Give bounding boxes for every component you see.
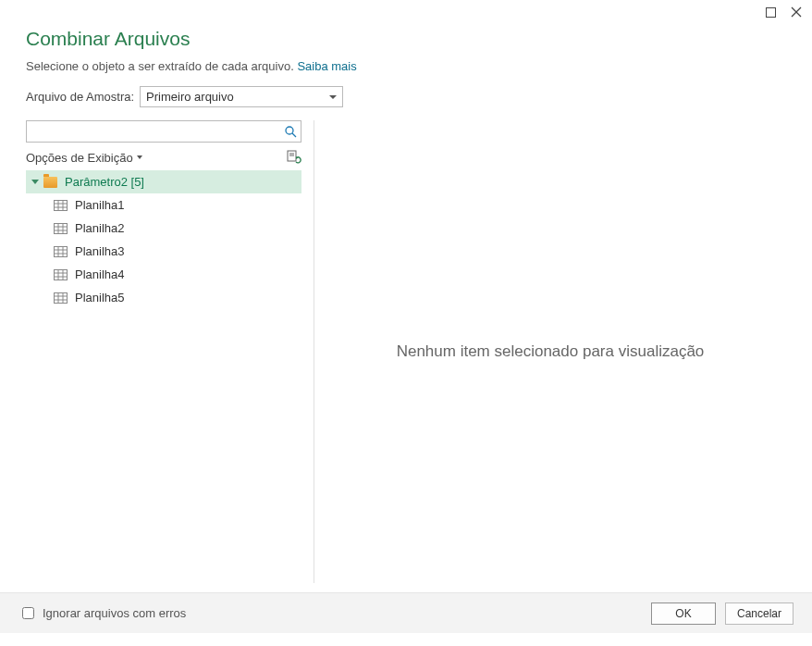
search-box[interactable] [26, 120, 301, 143]
tree-sheet-label: Planilha1 [75, 198, 125, 212]
tree-sheet-label: Planilha4 [75, 267, 125, 281]
svg-rect-0 [766, 7, 775, 17]
tree-root-node[interactable]: Parâmetro2 [5] [26, 170, 301, 193]
svg-rect-9 [55, 200, 68, 210]
tree-sheet-label: Planilha2 [75, 221, 125, 235]
sample-file-label: Arquivo de Amostra: [26, 90, 134, 104]
window-controls [764, 6, 803, 19]
folder-icon [43, 177, 57, 188]
display-options-label: Opções de Exibição [26, 151, 133, 165]
worksheet-icon [54, 200, 68, 211]
sample-file-selected: Primeiro arquivo [146, 90, 234, 104]
svg-rect-29 [55, 292, 68, 303]
worksheet-icon [54, 223, 68, 234]
svg-rect-24 [55, 269, 68, 280]
learn-more-link[interactable]: Saiba mais [297, 59, 356, 73]
cancel-button[interactable]: Cancelar [725, 603, 794, 625]
display-options-dropdown[interactable]: Opções de Exibição [26, 151, 142, 165]
chevron-down-icon [329, 95, 337, 99]
skip-errors-row[interactable]: Ignorar arquivos com erros [18, 604, 186, 622]
dialog-title: Combinar Arquivos [26, 28, 786, 50]
tree-sheet-label: Planilha5 [75, 291, 125, 304]
dialog-footer: Ignorar arquivos com erros OK Cancelar [0, 592, 812, 633]
tree-sheet-label: Planilha3 [75, 244, 125, 258]
decorative-edge [0, 633, 812, 646]
sample-file-dropdown[interactable]: Primeiro arquivo [140, 86, 343, 107]
worksheet-icon [54, 246, 68, 257]
navigator-tree: Parâmetro2 [5] Planilha1Planilha2Planilh… [26, 170, 301, 309]
tree-sheet-node[interactable]: Planilha5 [26, 286, 301, 309]
refresh-button[interactable] [287, 150, 301, 165]
worksheet-icon [54, 292, 68, 304]
close-button[interactable] [790, 6, 803, 19]
tree-sheet-node[interactable]: Planilha2 [26, 217, 301, 240]
preview-pane: Nenhum item selecionado para visualizaçã… [314, 120, 786, 583]
skip-errors-label: Ignorar arquivos com erros [43, 606, 186, 620]
dialog-subtitle: Selecione o objeto a ser extraído de cad… [26, 59, 786, 73]
collapse-icon[interactable] [31, 180, 39, 184]
maximize-button[interactable] [764, 6, 777, 19]
search-icon[interactable] [284, 125, 297, 138]
svg-rect-19 [55, 246, 68, 256]
tree-root-label: Parâmetro2 [5] [65, 175, 144, 189]
search-input[interactable] [31, 125, 284, 139]
tree-sheet-node[interactable]: Planilha1 [26, 193, 301, 217]
svg-point-3 [286, 127, 293, 134]
ok-button[interactable]: OK [651, 603, 716, 625]
svg-line-4 [292, 133, 296, 137]
tree-sheet-node[interactable]: Planilha3 [26, 240, 301, 263]
worksheet-icon [54, 269, 68, 280]
svg-rect-14 [55, 223, 68, 233]
subtitle-text: Selecione o objeto a ser extraído de cad… [26, 59, 297, 73]
tree-sheet-node[interactable]: Planilha4 [26, 263, 301, 286]
chevron-down-icon [137, 155, 142, 159]
skip-errors-checkbox[interactable] [22, 607, 34, 619]
preview-empty-message: Nenhum item selecionado para visualizaçã… [397, 342, 705, 361]
navigator-pane: Opções de Exibição [26, 120, 314, 583]
